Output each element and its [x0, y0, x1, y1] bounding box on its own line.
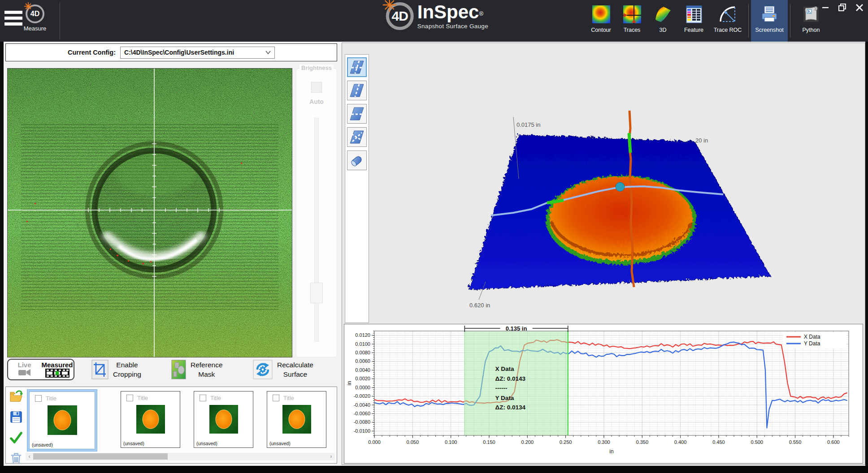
tool-screenshot[interactable]: Screenshot: [751, 0, 788, 42]
action-label: Enable: [113, 360, 141, 370]
gallery-card[interactable]: Title (unsaved): [29, 391, 95, 449]
config-dropdown[interactable]: C:\4D\InSpec\Config\UserSettings.ini: [120, 47, 275, 59]
svg-text:in: in: [346, 381, 352, 385]
divider: [60, 3, 60, 39]
trace-marker: [629, 133, 630, 153]
3d-surface-icon: [654, 5, 673, 24]
scrollbar-thumb[interactable]: [33, 453, 168, 460]
config-value: C:\4D\InSpec\Config\UserSettings.ini: [124, 49, 234, 56]
delete-trash-icon[interactable]: [9, 452, 23, 464]
reference-mask-button[interactable]: ReferenceMask: [171, 360, 223, 379]
trace-xy-button[interactable]: [347, 57, 367, 77]
tool-label: Feature: [684, 27, 703, 33]
title-checkbox[interactable]: [126, 395, 133, 401]
svg-text:Y Data: Y Data: [804, 340, 820, 347]
tool-label: Traces: [624, 27, 641, 33]
right-scale-annotation: 20 in: [695, 137, 708, 144]
tool-traces[interactable]: Traces: [616, 0, 647, 42]
config-label: Current Config:: [68, 49, 116, 56]
tool-contour[interactable]: Contour: [586, 0, 616, 42]
trace-center-point[interactable]: [616, 182, 625, 191]
brightness-slider[interactable]: [314, 118, 319, 342]
trace-custom-button[interactable]: [347, 127, 367, 147]
svg-text:0.200: 0.200: [521, 439, 534, 445]
restore-icon: [838, 4, 846, 12]
gallery-card[interactable]: Title (unsaved): [121, 391, 180, 448]
feature-table-icon: [685, 5, 703, 24]
surface-3d-view[interactable]: 0.0175 in 20 in 0.620 in: [370, 45, 863, 321]
trace-x-icon: [348, 105, 365, 122]
scrollbar-track[interactable]: [33, 453, 327, 460]
brand-subtitle: Snapshot Surface Gauge: [417, 23, 488, 30]
svg-text:0.500: 0.500: [751, 439, 763, 445]
measured-button[interactable]: Measured: [41, 360, 74, 379]
toolbar-separator: [790, 4, 790, 38]
measure-home[interactable]: 4D Measure: [22, 4, 48, 32]
trace-x-button[interactable]: [347, 104, 367, 124]
svg-text:-0.0060: -0.0060: [354, 411, 370, 416]
gallery-card[interactable]: Title (unsaved): [267, 391, 326, 448]
tool-3d[interactable]: 3D: [647, 0, 678, 42]
enable-cropping-button[interactable]: EnableCropping: [91, 360, 141, 379]
window-controls: [820, 3, 864, 13]
scroll-right-arrow[interactable]: ›: [327, 453, 335, 460]
svg-text:0.050: 0.050: [407, 439, 419, 445]
mode-bar: Live Measured: [7, 359, 339, 382]
title-checkbox[interactable]: [35, 395, 42, 402]
svg-text:------: ------: [495, 385, 508, 391]
tool-label: Screenshot: [755, 27, 783, 33]
svg-text:0.400: 0.400: [674, 439, 687, 445]
open-folder-icon[interactable]: [9, 390, 23, 403]
measured-surface-image: [8, 69, 292, 357]
gallery-scrollbar[interactable]: ‹ ›: [26, 453, 335, 460]
title-checkbox[interactable]: [200, 395, 206, 401]
unsaved-label: (unsaved): [32, 442, 53, 447]
live-button[interactable]: Live: [8, 360, 41, 379]
title-checkbox[interactable]: [273, 395, 279, 401]
action-label: Recalculate: [277, 360, 313, 370]
trace-chart[interactable]: 0.135 inX DataΔZ: 0.0143------Y DataΔZ: …: [344, 324, 863, 463]
recalculate-surface-button[interactable]: RecalculateSurface: [253, 360, 313, 379]
svg-text:-0.0040: -0.0040: [354, 402, 370, 408]
brand-4d-text: 4D: [392, 9, 408, 23]
unsaved-label: (unsaved): [123, 441, 144, 446]
surface-thumbnail: [209, 405, 238, 434]
python-script-icon: [802, 5, 820, 24]
measured-label: Measured: [41, 361, 73, 369]
recalculate-icon: [253, 360, 273, 379]
svg-text:0.0040: 0.0040: [355, 367, 370, 373]
svg-text:0.0100: 0.0100: [355, 341, 370, 347]
contour-icon: [592, 5, 611, 24]
analysis-panel: 0.0175 in 20 in 0.620 in 0.135 inX DataΔ…: [342, 43, 865, 465]
brightness-checkbox[interactable]: [311, 82, 322, 93]
camera-view[interactable]: [7, 68, 292, 357]
tool-feature[interactable]: Feature: [678, 0, 709, 42]
x-scale-annotation: 0.620 in: [469, 302, 490, 309]
surface-thumbnail: [282, 405, 311, 434]
svg-text:ΔZ: 0.0143: ΔZ: 0.0143: [495, 375, 526, 382]
gallery-card[interactable]: Title (unsaved): [194, 391, 253, 448]
svg-text:0.250: 0.250: [560, 439, 572, 445]
traces-icon: [623, 5, 642, 24]
brightness-panel: Brightness Auto: [296, 68, 337, 357]
surface-thumbnail: [48, 405, 77, 435]
unsaved-label: (unsaved): [269, 441, 291, 446]
restore-button[interactable]: [838, 3, 847, 13]
eraser-button[interactable]: [347, 150, 367, 170]
action-label: Surface: [277, 370, 313, 379]
close-button[interactable]: [855, 3, 864, 13]
toolbar: Contour Traces 3D: [586, 0, 829, 42]
tool-label: Contour: [591, 27, 611, 33]
tool-trace-roc[interactable]: Trace ROC: [709, 0, 746, 42]
crop-icon: [91, 360, 108, 379]
svg-text:in: in: [609, 448, 613, 455]
scroll-left-arrow[interactable]: ‹: [26, 453, 33, 460]
save-icon[interactable]: [9, 410, 23, 424]
brightness-slider-handle[interactable]: [310, 283, 323, 303]
accept-check-icon[interactable]: [9, 431, 23, 444]
trace-roc-icon: [718, 5, 737, 24]
trace-y-button[interactable]: [347, 81, 367, 100]
brightness-label: Brightness: [299, 64, 334, 71]
minimize-icon: [822, 4, 829, 11]
minimize-button[interactable]: [820, 3, 830, 13]
